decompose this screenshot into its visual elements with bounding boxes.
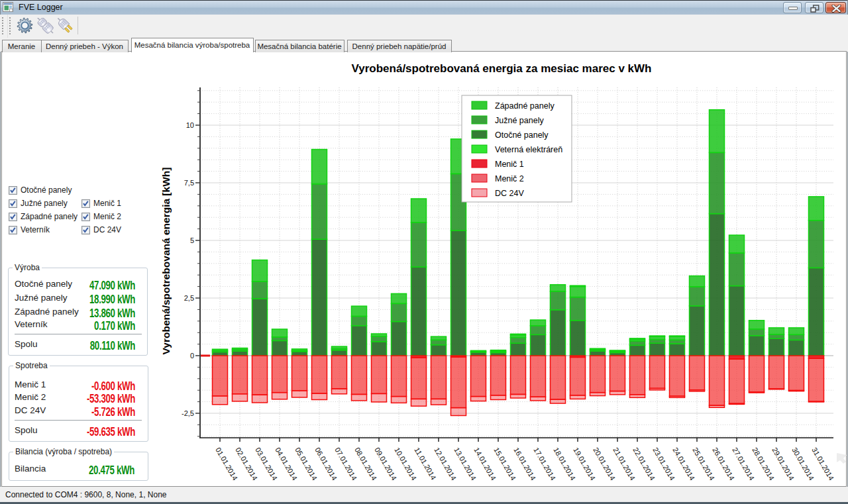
svg-text:Otočné panely: Otočné panely: [495, 130, 549, 140]
svg-text:DC 24V: DC 24V: [495, 189, 524, 198]
svg-text:0: 0: [190, 352, 194, 360]
svg-text:5: 5: [190, 236, 194, 244]
svg-text:Veterná elektráreň: Veterná elektráreň: [495, 145, 562, 154]
svg-text:Západné panely: Západné panely: [495, 101, 555, 111]
svg-text:Vyrobená/spotrebovaná energia: Vyrobená/spotrebovaná energia za mesiac …: [352, 62, 652, 75]
svg-text:10: 10: [186, 121, 194, 129]
svg-text:Menič 1: Menič 1: [495, 160, 524, 169]
svg-text:7,5: 7,5: [184, 179, 194, 187]
svg-text:Južné panely: Južné panely: [495, 116, 544, 125]
svg-text:Vyrobená/spotrebovaná energia: Vyrobená/spotrebovaná energia [kWh]: [160, 168, 172, 355]
svg-text:Menič 2: Menič 2: [495, 174, 524, 183]
svg-text:-2,5: -2,5: [182, 409, 194, 417]
svg-text:2,5: 2,5: [184, 294, 194, 302]
